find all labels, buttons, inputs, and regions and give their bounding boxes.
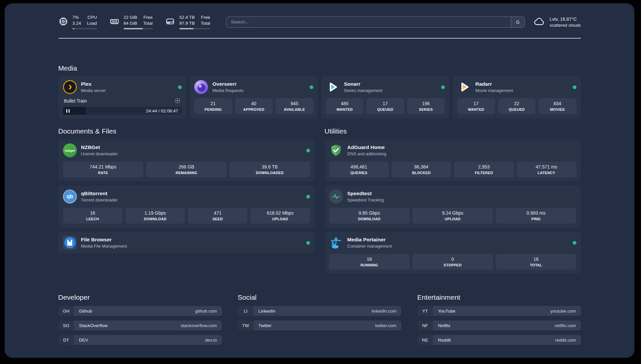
utilities-column: Utilities AdGuard Home [324,127,581,274]
search-input[interactable] [226,17,511,27]
card-filebrowser[interactable]: File Browser Media File Management [58,232,315,254]
memory-free-value: 22 GiB [124,15,137,20]
service-subtitle: DNS and adblocking [347,151,386,156]
stat-tile: 1.19 GbpsDOWNLOAD [125,208,185,224]
adguard-icon [329,143,343,157]
link-linkedin[interactable]: LI LinkedInlinkedin.com [238,306,401,316]
disk-stat: 52.4 TB Free 97.9 TB Total [165,15,210,29]
service-name: qBittorrent [81,191,118,197]
card-plex[interactable]: Plex Media server Bullet Train [58,76,187,119]
card-qbittorrent[interactable]: qb qBittorrent Torrent downloader 16LEEC… [58,186,315,228]
stat-tile: 9.24 GbpsUPLOAD [412,208,493,224]
status-dot [573,241,576,245]
card-nzbget[interactable]: nzbget NZBGet Usenet downloader 744.21 M… [58,139,315,181]
cpu-stat: 7% CPU 3.24 Load [58,15,97,29]
stat-tile: 744.21 MbpsRATE [63,162,143,177]
stat-tile: 2,953FILTERED [454,162,514,177]
memory-stat: 22 GiB Free 64 GiB Total [109,15,153,29]
disk-free-value: 52.4 TB [179,15,195,20]
developer-column: Developer GH Githubgithub.com SO StackOv… [58,293,222,345]
card-speedtest[interactable]: Speedtest Speedtest Tracking 9.65 GbpsDO… [324,186,581,228]
service-subtitle: Series management [344,88,382,93]
link-stackoverflow[interactable]: SO StackOverflowstackoverflow.com [58,320,222,330]
memory-total-value: 64 GiB [124,20,137,26]
link-name: Github [79,309,92,314]
filebrowser-icon [63,236,77,250]
section-title-social: Social [238,293,401,301]
weather-widget: Lviv, 16.87°C scattered clouds [534,15,581,29]
stat-tile: 39.6 TBDOWNLOADED [229,162,310,177]
link-reddit[interactable]: RE Redditreddit.com [417,335,581,345]
stat-tile: 47.571 msLATENCY [517,162,576,177]
stat-tile: 16TOTAL [496,254,576,270]
search-bar: G [226,16,525,28]
card-radarr[interactable]: Radarr Movie management 17WANTED 22QUEUE… [453,76,581,119]
link-url: github.com [195,309,217,314]
stat-tile: 266 GBREMAINING [146,162,227,177]
service-name: AdGuard Home [347,144,386,150]
card-overseerr[interactable]: Overseerr Media Requests 21PENDING 40APP… [190,76,318,119]
link-abbr: YT [417,306,433,316]
link-github[interactable]: GH Githubgithub.com [58,306,222,316]
cloud-icon [534,15,545,29]
disk-free-label: Free [201,15,210,20]
section-title-entertainment: Entertainment [417,293,581,301]
link-name: Reddit [438,338,451,343]
section-title-media: Media [58,64,581,72]
playback-progress-bar: 24:44 / 02:06:47 [63,107,182,115]
top-bar: 7% CPU 3.24 Load [58,15,581,29]
section-title-documents: Documents & Files [58,127,315,135]
link-netflix[interactable]: NF Netflixnetflix.com [417,320,581,330]
sonarr-icon [326,80,340,94]
stat-tile: 17QUEUED [366,98,404,114]
documents-column: Documents & Files nzbget NZBGet Usenet d… [58,127,315,274]
link-url: stackoverflow.com [181,323,217,328]
service-name: File Browser [81,237,127,243]
card-portainer[interactable]: Media Portainer Container management 16R… [324,232,581,274]
stat-tile: 22QUEUED [498,98,535,114]
plex-icon [63,80,77,94]
header-divider [58,38,581,39]
cpu-load-label: Load [87,20,97,26]
link-abbr: TW [238,320,254,330]
stat-tile: 485WANTED [326,98,363,114]
link-url: youtube.com [550,309,576,314]
service-subtitle: Media server [81,88,106,93]
link-abbr: RE [417,335,433,345]
link-abbr: GH [58,306,74,316]
overseerr-icon [194,80,208,94]
cpu-label: CPU [87,15,97,20]
search-engine-button[interactable]: G [511,17,525,27]
pause-icon [66,109,70,113]
media-grid: Plex Media server Bullet Train [58,76,581,119]
link-name: YouTube [438,309,455,314]
link-url: dev.to [205,338,217,343]
link-youtube[interactable]: YT YouTubeyoutube.com [417,306,581,316]
section-title-developer: Developer [58,293,222,301]
cpu-percent: 7% [73,15,81,20]
link-abbr: NF [417,320,433,330]
stat-tile: 9.65 GbpsDOWNLOAD [329,208,410,224]
service-name: Radarr [475,81,513,87]
status-dot [573,85,576,89]
portainer-icon [329,236,343,250]
link-twitter[interactable]: TW Twittertwitter.com [238,320,401,330]
service-name: Overseerr [212,81,243,87]
service-subtitle: Speedtest Tracking [347,197,384,202]
link-abbr: DT [58,335,74,345]
stat-tile: 471SEED [188,208,248,224]
card-adguard[interactable]: AdGuard Home DNS and adblocking 498,461Q… [324,139,581,181]
card-sonarr[interactable]: Sonarr Series management 485WANTED 17QUE… [321,76,449,119]
radarr-icon [457,80,471,94]
weather-condition: scattered clouds [550,23,581,28]
memory-progress-bar [124,28,153,29]
entertainment-column: Entertainment YT YouTubeyoutube.com NF N… [417,293,581,345]
nzbget-icon: nzbget [63,143,77,157]
playback-time: 24:44 / 02:06:47 [146,108,182,113]
stat-tile: 17WANTED [457,98,495,114]
cast-icon[interactable] [174,98,181,104]
link-dev[interactable]: DT DEVdev.to [58,335,222,345]
service-subtitle: Media File Management [81,244,127,249]
weather-location: Lviv, 16.87°C [550,16,581,22]
service-subtitle: Media Requests [212,88,243,93]
